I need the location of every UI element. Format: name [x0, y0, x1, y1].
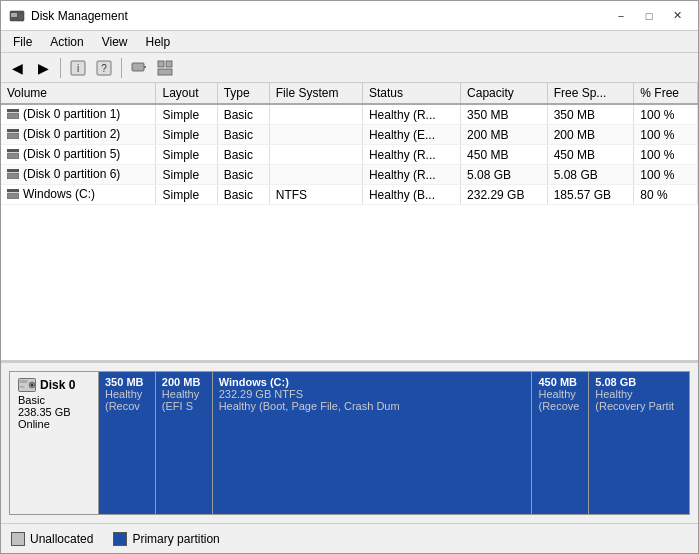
cell-type: Basic: [217, 165, 269, 185]
disk-partition[interactable]: 450 MB Healthy (Recove: [532, 372, 589, 514]
cell-pct-free: 100 %: [634, 104, 698, 125]
table-row[interactable]: (Disk 0 partition 1) Simple Basic Health…: [1, 104, 698, 125]
partition-label: 5.08 GB: [595, 376, 683, 388]
window-controls: − □ ✕: [608, 6, 690, 26]
table-row[interactable]: (Disk 0 partition 6) Simple Basic Health…: [1, 165, 698, 185]
table-row[interactable]: Windows (C:) Simple Basic NTFS Healthy (…: [1, 185, 698, 205]
back-button[interactable]: ◀: [5, 56, 29, 80]
cell-filesystem: [269, 104, 362, 125]
partition-sublabel: Healthy (Recov: [105, 388, 149, 412]
cell-volume: (Disk 0 partition 1): [1, 104, 156, 125]
menu-action[interactable]: Action: [42, 33, 91, 51]
col-status: Status: [362, 83, 460, 104]
legend-primary-label: Primary partition: [132, 532, 219, 546]
disk-partition[interactable]: Windows (C:) 232.29 GB NTFSHealthy (Boot…: [213, 372, 533, 514]
disk-partition[interactable]: 350 MB Healthy (Recov: [99, 372, 156, 514]
menu-file[interactable]: File: [5, 33, 40, 51]
svg-rect-17: [7, 133, 19, 139]
hdd-icon: [18, 378, 36, 392]
svg-rect-8: [132, 63, 144, 71]
cell-status: Healthy (R...: [362, 145, 460, 165]
forward-button[interactable]: ▶: [31, 56, 55, 80]
cell-pct-free: 100 %: [634, 165, 698, 185]
partition-label: Windows (C:): [219, 376, 526, 388]
cell-free: 450 MB: [547, 145, 634, 165]
minimize-button[interactable]: −: [608, 6, 634, 26]
col-capacity: Capacity: [461, 83, 548, 104]
svg-rect-11: [158, 61, 164, 67]
cell-type: Basic: [217, 185, 269, 205]
cell-layout: Simple: [156, 185, 217, 205]
svg-rect-1: [11, 13, 17, 17]
properties-button[interactable]: i: [66, 56, 90, 80]
volume-icon: [7, 149, 19, 159]
toolbar-separator-2: [121, 58, 122, 78]
menu-help[interactable]: Help: [138, 33, 179, 51]
partition-sublabel: Healthy (Recovery Partit: [595, 388, 683, 412]
cell-filesystem: [269, 145, 362, 165]
col-type: Type: [217, 83, 269, 104]
partition-sublabel: Healthy (Recove: [538, 388, 582, 412]
maximize-button[interactable]: □: [636, 6, 662, 26]
volume-icon: [7, 169, 19, 179]
legend-primary: Primary partition: [113, 532, 219, 546]
partition-sublabel: Healthy (EFI S: [162, 388, 206, 412]
svg-rect-16: [7, 129, 19, 132]
svg-rect-20: [7, 169, 19, 172]
cell-layout: Simple: [156, 165, 217, 185]
cell-filesystem: NTFS: [269, 185, 362, 205]
window-title: Disk Management: [31, 9, 128, 23]
svg-rect-14: [7, 109, 19, 112]
svg-rect-28: [20, 386, 25, 388]
toolbar: ◀ ▶ i ?: [1, 53, 698, 83]
cell-capacity: 350 MB: [461, 104, 548, 125]
legend-unallocated: Unallocated: [11, 532, 93, 546]
drive-icon: [131, 60, 147, 76]
cell-layout: Simple: [156, 104, 217, 125]
disk-management-window: Disk Management − □ ✕ File Action View H…: [0, 0, 699, 554]
legend-primary-box: [113, 532, 127, 546]
main-content: Volume Layout Type File System Status Ca…: [1, 83, 698, 553]
cell-capacity: 450 MB: [461, 145, 548, 165]
cell-pct-free: 100 %: [634, 145, 698, 165]
cell-volume: (Disk 0 partition 2): [1, 125, 156, 145]
svg-rect-19: [7, 153, 19, 159]
cell-capacity: 5.08 GB: [461, 165, 548, 185]
table-row[interactable]: (Disk 0 partition 2) Simple Basic Health…: [1, 125, 698, 145]
partition-label: 350 MB: [105, 376, 149, 388]
close-button[interactable]: ✕: [664, 6, 690, 26]
cell-free: 350 MB: [547, 104, 634, 125]
cell-status: Healthy (R...: [362, 165, 460, 185]
cell-volume: (Disk 0 partition 5): [1, 145, 156, 165]
volume-icon: [7, 109, 19, 119]
table-header-row: Volume Layout Type File System Status Ca…: [1, 83, 698, 104]
col-pct-free: % Free: [634, 83, 698, 104]
partition-label: 450 MB: [538, 376, 582, 388]
menu-view[interactable]: View: [94, 33, 136, 51]
action2-button[interactable]: [127, 56, 151, 80]
cell-type: Basic: [217, 125, 269, 145]
legend-unallocated-box: [11, 532, 25, 546]
disk-size: 238.35 GB: [18, 406, 90, 418]
view-button[interactable]: [153, 56, 177, 80]
cell-pct-free: 100 %: [634, 125, 698, 145]
help-button[interactable]: ?: [92, 56, 116, 80]
volume-table: Volume Layout Type File System Status Ca…: [1, 83, 698, 205]
svg-rect-18: [7, 149, 19, 152]
svg-text:?: ?: [101, 63, 107, 74]
properties-icon: i: [70, 60, 86, 76]
col-volume: Volume: [1, 83, 156, 104]
disk-state: Online: [18, 418, 90, 430]
cell-type: Basic: [217, 145, 269, 165]
partition-sublabel: 232.29 GB NTFS: [219, 388, 526, 400]
cell-layout: Simple: [156, 125, 217, 145]
svg-point-3: [20, 16, 22, 18]
disk-icon: [9, 8, 25, 24]
disk-partition[interactable]: 200 MB Healthy (EFI S: [156, 372, 213, 514]
col-free: Free Sp...: [547, 83, 634, 104]
cell-status: Healthy (E...: [362, 125, 460, 145]
cell-filesystem: [269, 125, 362, 145]
disk-partition[interactable]: 5.08 GB Healthy (Recovery Partit: [589, 372, 689, 514]
cell-filesystem: [269, 165, 362, 185]
table-row[interactable]: (Disk 0 partition 5) Simple Basic Health…: [1, 145, 698, 165]
